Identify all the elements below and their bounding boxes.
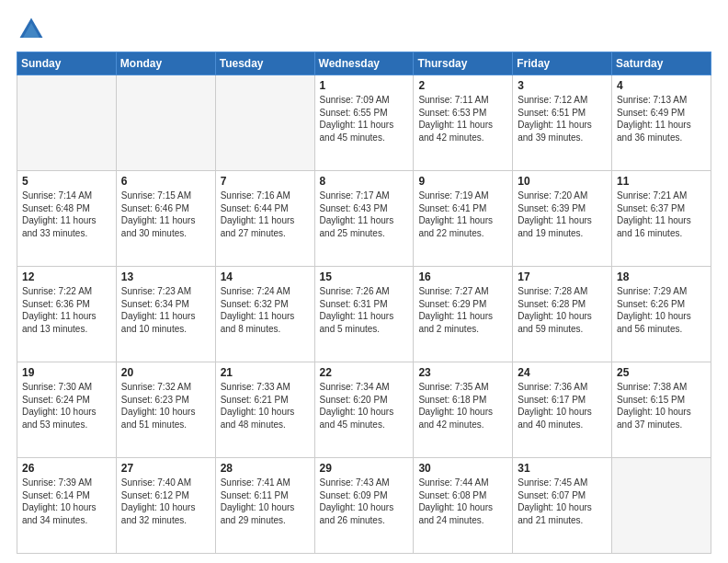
- day-number: 20: [121, 366, 210, 379]
- day-info: Sunrise: 7:36 AM Sunset: 6:17 PM Dayligh…: [518, 381, 607, 431]
- day-number: 4: [617, 79, 706, 92]
- day-info: Sunrise: 7:11 AM Sunset: 6:53 PM Dayligh…: [418, 94, 507, 144]
- day-info: Sunrise: 7:14 AM Sunset: 6:48 PM Dayligh…: [22, 190, 111, 239]
- day-cell-14: 14Sunrise: 7:24 AM Sunset: 6:32 PM Dayli…: [215, 267, 314, 362]
- day-number: 10: [518, 175, 607, 188]
- empty-cell: [116, 75, 215, 171]
- day-info: Sunrise: 7:33 AM Sunset: 6:21 PM Dayligh…: [221, 381, 310, 431]
- day-info: Sunrise: 7:23 AM Sunset: 6:34 PM Dayligh…: [121, 285, 210, 335]
- day-info: Sunrise: 7:32 AM Sunset: 6:23 PM Dayligh…: [121, 381, 210, 431]
- day-info: Sunrise: 7:27 AM Sunset: 6:29 PM Dayligh…: [418, 285, 507, 335]
- day-cell-27: 27Sunrise: 7:40 AM Sunset: 6:12 PM Dayli…: [116, 458, 215, 554]
- day-cell-3: 3Sunrise: 7:12 AM Sunset: 6:51 PM Daylig…: [513, 75, 612, 171]
- day-cell-29: 29Sunrise: 7:43 AM Sunset: 6:09 PM Dayli…: [314, 458, 414, 554]
- day-cell-4: 4Sunrise: 7:13 AM Sunset: 6:49 PM Daylig…: [612, 75, 711, 171]
- week-row-2: 5Sunrise: 7:14 AM Sunset: 6:48 PM Daylig…: [17, 171, 711, 267]
- day-number: 31: [518, 462, 607, 475]
- week-row-5: 26Sunrise: 7:39 AM Sunset: 6:14 PM Dayli…: [17, 458, 711, 554]
- day-cell-2: 2Sunrise: 7:11 AM Sunset: 6:53 PM Daylig…: [414, 75, 513, 171]
- day-number: 23: [418, 366, 507, 379]
- day-cell-16: 16Sunrise: 7:27 AM Sunset: 6:29 PM Dayli…: [414, 267, 513, 362]
- day-cell-19: 19Sunrise: 7:30 AM Sunset: 6:24 PM Dayli…: [17, 362, 117, 458]
- day-cell-15: 15Sunrise: 7:26 AM Sunset: 6:31 PM Dayli…: [314, 267, 414, 362]
- day-number: 3: [518, 79, 607, 92]
- day-cell-31: 31Sunrise: 7:45 AM Sunset: 6:07 PM Dayli…: [513, 458, 612, 554]
- empty-cell: [17, 75, 117, 171]
- day-cell-21: 21Sunrise: 7:33 AM Sunset: 6:21 PM Dayli…: [215, 362, 314, 458]
- day-cell-6: 6Sunrise: 7:15 AM Sunset: 6:46 PM Daylig…: [116, 171, 215, 267]
- day-cell-24: 24Sunrise: 7:36 AM Sunset: 6:17 PM Dayli…: [513, 362, 612, 458]
- empty-cell: [612, 458, 711, 554]
- day-number: 16: [418, 270, 507, 283]
- day-info: Sunrise: 7:21 AM Sunset: 6:37 PM Dayligh…: [617, 190, 706, 239]
- day-header-wednesday: Wednesday: [314, 52, 414, 75]
- header: [17, 15, 711, 44]
- empty-cell: [215, 75, 314, 171]
- week-row-4: 19Sunrise: 7:30 AM Sunset: 6:24 PM Dayli…: [17, 362, 711, 458]
- week-row-3: 12Sunrise: 7:22 AM Sunset: 6:36 PM Dayli…: [17, 267, 711, 362]
- day-info: Sunrise: 7:29 AM Sunset: 6:26 PM Dayligh…: [617, 285, 706, 335]
- day-cell-28: 28Sunrise: 7:41 AM Sunset: 6:11 PM Dayli…: [215, 458, 314, 554]
- day-info: Sunrise: 7:12 AM Sunset: 6:51 PM Dayligh…: [518, 94, 607, 144]
- day-number: 25: [617, 366, 706, 379]
- day-cell-8: 8Sunrise: 7:17 AM Sunset: 6:43 PM Daylig…: [314, 171, 414, 267]
- page: SundayMondayTuesdayWednesdayThursdayFrid…: [0, 0, 728, 563]
- day-number: 9: [418, 175, 507, 188]
- day-info: Sunrise: 7:39 AM Sunset: 6:14 PM Dayligh…: [22, 477, 111, 526]
- day-cell-22: 22Sunrise: 7:34 AM Sunset: 6:20 PM Dayli…: [314, 362, 414, 458]
- day-cell-17: 17Sunrise: 7:28 AM Sunset: 6:28 PM Dayli…: [513, 267, 612, 362]
- day-info: Sunrise: 7:20 AM Sunset: 6:39 PM Dayligh…: [518, 190, 607, 239]
- day-info: Sunrise: 7:30 AM Sunset: 6:24 PM Dayligh…: [22, 381, 111, 431]
- day-info: Sunrise: 7:28 AM Sunset: 6:28 PM Dayligh…: [518, 285, 607, 335]
- day-header-sunday: Sunday: [17, 52, 117, 75]
- day-info: Sunrise: 7:38 AM Sunset: 6:15 PM Dayligh…: [617, 381, 706, 431]
- day-info: Sunrise: 7:09 AM Sunset: 6:55 PM Dayligh…: [320, 94, 409, 144]
- day-number: 27: [121, 462, 210, 475]
- day-info: Sunrise: 7:19 AM Sunset: 6:41 PM Dayligh…: [418, 190, 507, 239]
- day-number: 11: [617, 175, 706, 188]
- day-cell-7: 7Sunrise: 7:16 AM Sunset: 6:44 PM Daylig…: [215, 171, 314, 267]
- day-number: 7: [221, 175, 310, 188]
- day-info: Sunrise: 7:22 AM Sunset: 6:36 PM Dayligh…: [22, 285, 111, 335]
- week-row-1: 1Sunrise: 7:09 AM Sunset: 6:55 PM Daylig…: [17, 75, 711, 171]
- day-cell-10: 10Sunrise: 7:20 AM Sunset: 6:39 PM Dayli…: [513, 171, 612, 267]
- logo-icon: [17, 15, 46, 44]
- day-number: 14: [221, 270, 310, 283]
- calendar: SundayMondayTuesdayWednesdayThursdayFrid…: [17, 52, 711, 554]
- day-number: 26: [22, 462, 111, 475]
- day-cell-1: 1Sunrise: 7:09 AM Sunset: 6:55 PM Daylig…: [314, 75, 414, 171]
- day-number: 13: [121, 270, 210, 283]
- logo: [17, 15, 50, 44]
- day-cell-26: 26Sunrise: 7:39 AM Sunset: 6:14 PM Dayli…: [17, 458, 117, 554]
- day-cell-23: 23Sunrise: 7:35 AM Sunset: 6:18 PM Dayli…: [414, 362, 513, 458]
- day-info: Sunrise: 7:43 AM Sunset: 6:09 PM Dayligh…: [320, 477, 409, 526]
- day-cell-9: 9Sunrise: 7:19 AM Sunset: 6:41 PM Daylig…: [414, 171, 513, 267]
- day-number: 21: [221, 366, 310, 379]
- day-number: 30: [418, 462, 507, 475]
- day-number: 8: [320, 175, 409, 188]
- day-header-monday: Monday: [116, 52, 215, 75]
- day-info: Sunrise: 7:34 AM Sunset: 6:20 PM Dayligh…: [320, 381, 409, 431]
- day-number: 5: [22, 175, 111, 188]
- day-info: Sunrise: 7:15 AM Sunset: 6:46 PM Dayligh…: [121, 190, 210, 239]
- day-number: 28: [221, 462, 310, 475]
- day-number: 2: [418, 79, 507, 92]
- day-cell-13: 13Sunrise: 7:23 AM Sunset: 6:34 PM Dayli…: [116, 267, 215, 362]
- day-info: Sunrise: 7:26 AM Sunset: 6:31 PM Dayligh…: [320, 285, 409, 335]
- day-cell-20: 20Sunrise: 7:32 AM Sunset: 6:23 PM Dayli…: [116, 362, 215, 458]
- day-number: 6: [121, 175, 210, 188]
- day-info: Sunrise: 7:40 AM Sunset: 6:12 PM Dayligh…: [121, 477, 210, 526]
- day-cell-12: 12Sunrise: 7:22 AM Sunset: 6:36 PM Dayli…: [17, 267, 117, 362]
- day-info: Sunrise: 7:41 AM Sunset: 6:11 PM Dayligh…: [221, 477, 310, 526]
- day-number: 22: [320, 366, 409, 379]
- day-cell-18: 18Sunrise: 7:29 AM Sunset: 6:26 PM Dayli…: [612, 267, 711, 362]
- day-info: Sunrise: 7:44 AM Sunset: 6:08 PM Dayligh…: [418, 477, 507, 526]
- day-number: 29: [320, 462, 409, 475]
- day-info: Sunrise: 7:17 AM Sunset: 6:43 PM Dayligh…: [320, 190, 409, 239]
- day-header-tuesday: Tuesday: [215, 52, 314, 75]
- day-cell-11: 11Sunrise: 7:21 AM Sunset: 6:37 PM Dayli…: [612, 171, 711, 267]
- day-number: 12: [22, 270, 111, 283]
- day-cell-5: 5Sunrise: 7:14 AM Sunset: 6:48 PM Daylig…: [17, 171, 117, 267]
- day-info: Sunrise: 7:24 AM Sunset: 6:32 PM Dayligh…: [221, 285, 310, 335]
- day-number: 1: [320, 79, 409, 92]
